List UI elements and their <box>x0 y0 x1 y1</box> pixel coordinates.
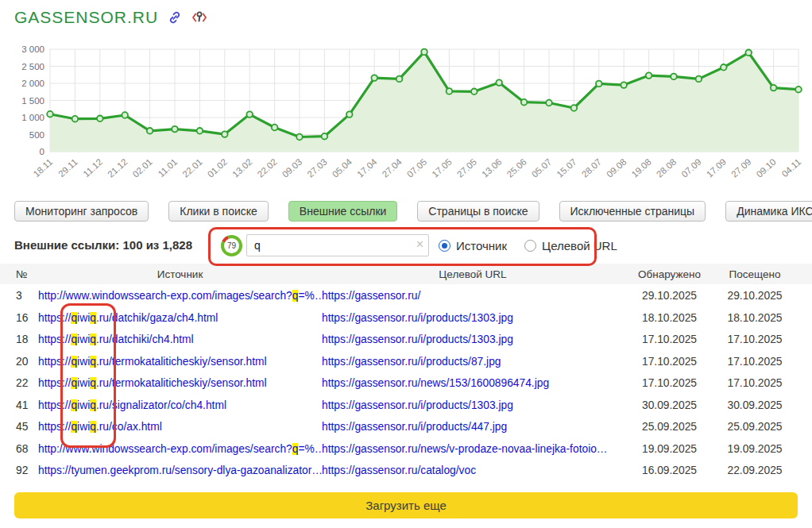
data-point <box>671 74 677 80</box>
search-input[interactable] <box>246 234 429 256</box>
y-tick-label: 0 <box>40 147 44 156</box>
source-link[interactable]: https://tyumen.geekprom.ru/sensory-dlya-… <box>38 464 322 476</box>
data-point <box>421 49 427 56</box>
source-link[interactable]: https://qiwiq.ru/signalizator/co/ch4.htm… <box>38 399 226 411</box>
source-link[interactable]: https://qiwiq.ru/datchik/gaza/ch4.html <box>38 312 218 324</box>
data-point <box>795 87 802 93</box>
target-link[interactable]: https://gassensor.ru/i/products/1303.jpg <box>322 312 513 324</box>
row-number: 45 <box>0 421 38 433</box>
x-tick-label: 27.05 <box>455 157 478 179</box>
table-row: 41https://qiwiq.ru/signalizator/co/ch4.h… <box>0 395 812 417</box>
tab-vneshnie-ssylki[interactable]: Внешние ссылки <box>288 201 398 222</box>
table-row: 92https://tyumen.geekprom.ru/sensory-dly… <box>0 460 812 482</box>
tab-stranicy-v-poiske[interactable]: Страницы в поиске <box>417 201 539 222</box>
y-tick-label: 1 500 <box>21 96 44 106</box>
x-tick-label: 05.04 <box>331 156 354 179</box>
tab-monitoring-zaprosov[interactable]: Мониторинг запросов <box>14 201 149 222</box>
x-tick-label: 28.08 <box>655 157 678 179</box>
data-point <box>296 134 303 141</box>
query-highlight: q <box>90 421 96 433</box>
target-link[interactable]: https://gassensor.ru/i/products/1303.jpg <box>322 333 513 345</box>
y-tick-label: 2 000 <box>21 79 44 88</box>
row-number: 16 <box>0 312 38 324</box>
radio-target-url[interactable]: Целевой URL <box>524 239 617 252</box>
row-number: 18 <box>0 333 38 345</box>
data-point <box>696 76 702 83</box>
source-cell: http://www.windowssearch-exp.com/images/… <box>38 290 322 302</box>
source-cell: https://qiwiq.ru/datchik/gaza/ch4.html <box>38 312 322 324</box>
data-point <box>72 116 79 122</box>
row-number: 68 <box>0 443 38 455</box>
x-tick-label: 13.06 <box>480 157 503 179</box>
found-date: 25.09.2025 <box>624 421 715 433</box>
x-tick-label: 11.12 <box>81 157 104 179</box>
source-link[interactable]: https://qiwiq.ru/co/ax.html <box>38 421 162 433</box>
table-row: 45https://qiwiq.ru/co/ax.htmlhttps://gas… <box>0 416 812 438</box>
visited-date: 22.09.2025 <box>715 464 795 476</box>
y-tick-label: 500 <box>29 130 44 140</box>
row-number: 3 <box>0 290 38 302</box>
target-link[interactable]: https://gassensor.ru/i/products/87.jpg <box>322 356 501 368</box>
tab-iskluchennye-stranicy[interactable]: Исключенные страницы <box>559 201 706 222</box>
target-link[interactable]: https://gassensor.ru/catalog/voc <box>322 464 476 476</box>
x-tick-label: 18.11 <box>32 157 55 179</box>
found-date: 17.10.2025 <box>624 377 715 389</box>
source-link[interactable]: https://qiwiq.ru/datchiki/ch4.html <box>38 333 194 345</box>
data-point <box>97 116 103 122</box>
x-tick-label: 09.08 <box>605 157 628 179</box>
data-point <box>246 111 253 118</box>
link-icon[interactable] <box>168 10 182 25</box>
target-cell: https://gassensor.ru/i/products/1303.jpg <box>322 333 624 345</box>
target-link[interactable]: https://gassensor.ru/news/153/1600896474… <box>322 377 549 389</box>
source-link[interactable]: https://qiwiq.ru/termokataliticheskiy/se… <box>38 356 267 368</box>
table-row: 20https://qiwiq.ru/termokataliticheskiy/… <box>0 351 812 373</box>
x-tick-label: 09.10 <box>755 157 778 179</box>
data-point <box>322 133 328 140</box>
visited-date: 19.09.2025 <box>715 443 795 455</box>
query-highlight: q <box>71 399 77 411</box>
source-link[interactable]: https://qiwiq.ru/termokataliticheskiy/se… <box>38 377 267 389</box>
radio-source[interactable]: Источник <box>439 239 507 252</box>
row-number: 41 <box>0 399 38 411</box>
target-link[interactable]: https://gassensor.ru/i/products/1303.jpg <box>322 399 513 411</box>
x-tick-label: 09.03 <box>280 157 304 179</box>
query-highlight: q <box>71 312 77 324</box>
tools-icon[interactable] <box>191 10 207 25</box>
x-tick-label: 11.01 <box>157 157 180 179</box>
target-link[interactable]: https://gassensor.ru/i/products/447.jpg <box>322 421 507 433</box>
data-point <box>396 76 403 83</box>
target-cell: https://gassensor.ru/news/153/1600896474… <box>322 377 624 389</box>
table-row: 22https://qiwiq.ru/termokataliticheskiy/… <box>0 372 812 395</box>
radio-dot[interactable] <box>439 240 450 252</box>
source-cell: http://www.windowssearch-exp.com/images/… <box>38 443 322 455</box>
x-tick-label: 22.02 <box>256 157 279 179</box>
query-highlight: q <box>90 377 96 389</box>
target-cell: https://gassensor.ru/i/products/1303.jpg <box>322 399 624 411</box>
tab-dinamika-iks[interactable]: Динамика ИКС <box>725 201 812 222</box>
y-tick-label: 2 500 <box>21 62 44 71</box>
query-highlight: q <box>90 356 96 368</box>
data-point <box>646 72 652 79</box>
col-source: Источник <box>38 268 322 280</box>
load-more-button[interactable]: Загрузить еще <box>14 492 798 518</box>
query-highlight: q <box>71 421 77 433</box>
tabs: Мониторинг запросовКлики в поискеВнешние… <box>14 201 812 222</box>
refresh-progress-badge[interactable]: 79 <box>221 235 242 256</box>
x-tick-label: 21.12 <box>106 157 129 179</box>
backlinks-summary: Внешние ссылки: 100 из 1,828 <box>14 238 192 252</box>
source-link[interactable]: http://www.windowssearch-exp.com/images/… <box>38 443 322 455</box>
x-tick-label: 25.06 <box>505 157 528 179</box>
radio-dot[interactable] <box>524 240 536 252</box>
clear-search-icon[interactable]: × <box>416 237 423 252</box>
source-link[interactable]: http://www.windowssearch-exp.com/images/… <box>38 290 322 302</box>
target-link[interactable]: https://gassensor.ru/news/v-prodaze-nova… <box>322 443 608 455</box>
source-cell: https://qiwiq.ru/termokataliticheskiy/se… <box>38 377 322 389</box>
target-cell: https://gassensor.ru/news/v-prodaze-nova… <box>322 443 624 455</box>
radio-label: Целевой URL <box>542 239 617 252</box>
row-number: 92 <box>0 464 38 476</box>
found-date: 18.10.2025 <box>624 312 715 324</box>
target-link[interactable]: https://gassensor.ru/ <box>322 290 420 302</box>
tab-kliki-v-poiske[interactable]: Клики в поиске <box>168 201 269 222</box>
x-tick-label: 19.08 <box>630 157 653 179</box>
query-highlight: q <box>71 356 77 368</box>
